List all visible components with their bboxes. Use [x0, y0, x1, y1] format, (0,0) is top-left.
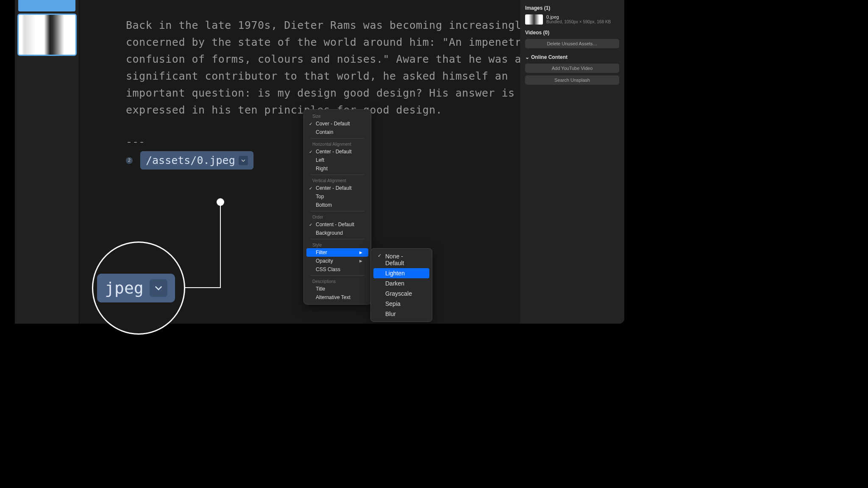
magnified-pill: jpeg — [97, 274, 175, 302]
submenu-item-darken[interactable]: Darken — [373, 278, 429, 288]
menu-section-order: Order — [306, 213, 368, 220]
chevron-right-icon: ▶ — [359, 259, 362, 263]
slide-thumbnail[interactable] — [17, 14, 77, 56]
menu-divider — [311, 175, 364, 175]
slide-number-badge: 2 — [126, 157, 133, 164]
magnified-text: jpeg — [105, 279, 144, 297]
submenu-item-lighten[interactable]: Lighten — [373, 268, 429, 278]
menu-item-title[interactable]: Title — [306, 285, 368, 293]
thumb-container — [15, 0, 79, 56]
menu-section-desc: Descriptions — [306, 277, 368, 285]
menu-divider — [311, 138, 364, 139]
asset-info: 0.jpeg Bundled, 1050px × 590px, 168 KB — [546, 14, 611, 25]
submenu-item-grayscale[interactable]: Grayscale — [373, 288, 429, 299]
images-section-header: Images (1) — [525, 5, 619, 11]
slide-sidebar — [15, 0, 79, 324]
thumb-image-preview — [19, 15, 75, 55]
add-youtube-button[interactable]: Add YouTube Video — [525, 64, 619, 73]
asset-metadata: Bundled, 1050px × 590px, 168 KB — [546, 19, 611, 24]
connector-line-vertical — [220, 205, 221, 288]
chevron-down-icon — [150, 279, 167, 297]
asset-filename: 0.jpeg — [546, 14, 611, 19]
chevron-down-icon[interactable] — [239, 156, 248, 165]
menu-item-opacity-label: Opacity — [316, 258, 333, 264]
assets-panel: Images (1) 0.jpeg Bundled, 1050px × 590p… — [520, 0, 624, 324]
chevron-down-icon: ⌄ — [525, 54, 529, 60]
asset-context-menu[interactable]: Size Cover - Default Contain Horizontal … — [303, 109, 371, 305]
search-unsplash-button[interactable]: Search Unsplash — [525, 75, 619, 85]
online-content-header[interactable]: ⌄ Online Content — [525, 54, 619, 60]
submenu-item-blur[interactable]: Blur — [373, 309, 429, 319]
menu-item-filter-label: Filter — [316, 250, 327, 255]
videos-section-header: Videos (0) — [525, 30, 619, 36]
asset-path-text: /assets/0.jpeg — [146, 154, 235, 166]
menu-item-opacity[interactable]: Opacity ▶ — [306, 257, 368, 265]
menu-divider — [311, 211, 364, 211]
submenu-item-none[interactable]: None - Default — [373, 251, 429, 268]
menu-item-hcenter[interactable]: Center - Default — [306, 147, 368, 156]
menu-item-filter[interactable]: Filter ▶ — [306, 248, 368, 257]
menu-section-valign: Vertical Alignment — [306, 177, 368, 184]
menu-item-cover[interactable]: Cover - Default — [306, 119, 368, 128]
menu-item-top[interactable]: Top — [306, 192, 368, 201]
menu-item-left[interactable]: Left — [306, 156, 368, 164]
menu-item-right[interactable]: Right — [306, 164, 368, 173]
menu-section-style: Style — [306, 241, 368, 248]
asset-list-item[interactable]: 0.jpeg Bundled, 1050px × 590px, 168 KB — [525, 14, 619, 25]
magnifier-callout: jpeg — [92, 241, 185, 335]
online-content-label: Online Content — [531, 54, 568, 60]
menu-item-cssclass[interactable]: CSS Class — [306, 265, 368, 274]
menu-item-content[interactable]: Content - Default — [306, 220, 368, 229]
menu-section-size: Size — [306, 112, 368, 119]
chevron-right-icon: ▶ — [359, 250, 362, 255]
connector-line-horizontal — [185, 287, 221, 288]
menu-section-halign: Horizontal Alignment — [306, 140, 368, 147]
menu-item-contain[interactable]: Contain — [306, 128, 368, 136]
delete-unused-button[interactable]: Delete Unused Assets… — [525, 39, 619, 48]
submenu-item-sepia[interactable]: Sepia — [373, 299, 429, 309]
thumb-label-active — [18, 0, 75, 11]
menu-divider — [311, 275, 364, 276]
menu-divider — [311, 239, 364, 239]
menu-item-background[interactable]: Background — [306, 229, 368, 237]
menu-item-vcenter[interactable]: Center - Default — [306, 184, 368, 192]
body-text[interactable]: Back in the late 1970s, Dieter Rams was … — [126, 17, 562, 119]
menu-item-bottom[interactable]: Bottom — [306, 201, 368, 209]
asset-thumbnail — [525, 14, 543, 25]
filter-submenu[interactable]: None - Default Lighten Darken Grayscale … — [370, 248, 432, 322]
menu-item-alttext[interactable]: Alternative Text — [306, 293, 368, 302]
asset-path-pill[interactable]: /assets/0.jpeg — [140, 151, 253, 169]
